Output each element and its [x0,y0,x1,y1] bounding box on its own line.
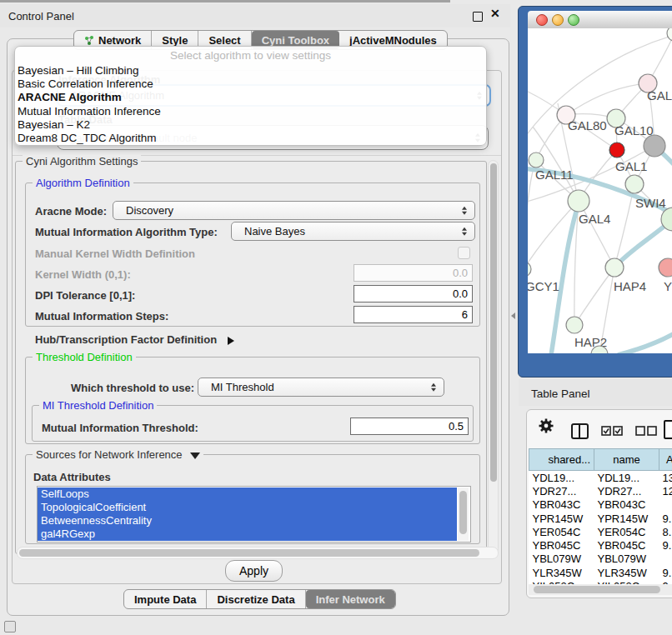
combo-arrows-icon [431,382,436,392]
kernel-width-value: 0.0 [453,267,468,279]
splitter-arrow-icon[interactable] [511,312,515,319]
network-edge-highlighted[interactable] [618,333,672,353]
window-close-button[interactable] [536,14,548,26]
deselect-all-icon[interactable] [635,426,657,436]
which-threshold-value: MI Threshold [211,381,274,393]
table-row[interactable]: YBL079WYBL079W [529,552,672,566]
list-scrollbar[interactable] [458,488,469,541]
table-row[interactable]: YDL19...YDL19...13 [529,471,672,485]
network-icon [84,35,95,46]
algorithm-option[interactable]: Basic Correlation Inference [16,78,486,91]
table-row[interactable]: YDR27...YDR27...12 [529,484,672,498]
which-threshold-label: Which threshold to use: [71,382,194,394]
sources-title-text: Sources for Network Inference [36,448,183,461]
mi-threshold-label: Mutual Information Threshold: [42,422,198,434]
network-node-partial-top[interactable] [667,28,672,41]
network-canvas[interactable]: GALGAL80GAL10GAL1GAL11SWI4GAL4HAP4YGCY1H… [528,28,672,353]
mi-steps-field[interactable]: 6 [354,306,473,323]
gear-icon[interactable] [538,418,554,434]
settings-vscrollbar-thumb[interactable] [490,163,497,482]
data-attribute-item[interactable]: BetweennessCentrality [38,514,457,528]
network-node-salmon[interactable] [659,258,672,277]
table-cell: 8. [659,525,672,538]
tab-discretize-data[interactable]: Discretize Data [207,590,305,608]
list-scrollbar-thumb[interactable] [459,491,467,534]
algorithm-option[interactable]: Mutual Information Inference [16,105,486,118]
network-node-label: GAL10 [614,123,654,138]
algorithm-option[interactable]: ARACNE Algorithm [16,91,486,104]
algorithm-option[interactable]: Bayesian – K2 [16,118,486,132]
table-row[interactable]: YER054CYER054C8. [529,525,672,538]
tab-infer-network[interactable]: Infer Network [306,590,395,608]
table-column-header[interactable]: name [594,449,659,471]
table-row[interactable]: YBR043CYBR043C [529,498,672,512]
split-columns-icon[interactable] [571,423,589,439]
table-panel-title: Table Panel [531,388,590,400]
mi-threshold-field[interactable]: 0.5 [350,418,469,435]
collapsed-panel-icon[interactable] [4,621,16,632]
data-attribute-item[interactable]: SelfLoops [38,488,457,501]
new-table-icon[interactable] [664,420,672,439]
collapse-arrow-icon[interactable] [190,452,200,459]
network-node-GAL4[interactable] [568,190,589,212]
node-table: shared...nameA YDL19...YDL19...13YDR27..… [529,448,672,584]
table-row[interactable]: YBR045CYBR045C9. [529,538,672,552]
dpi-tolerance-field[interactable]: 0.0 [354,285,473,302]
algorithm-option[interactable]: Bayesian – Hill Climbing [16,64,486,78]
window-minimize-button[interactable] [552,14,564,26]
tab-jactivemnodules-label: jActiveMNodules [349,34,437,47]
table-row[interactable]: YLR345WYLR345W9. [529,566,672,579]
table-cell: YPR145W [594,512,659,525]
network-edge[interactable] [579,201,614,268]
table-cell: YBL079W [594,552,659,566]
kernel-width-label: Kernel Width (0,1): [35,268,131,281]
tab-impute-data[interactable]: Impute Data [124,590,207,608]
data-attribute-item[interactable]: TopologicalCoefficient [38,501,457,514]
control-panel-title: Control Panel [8,10,74,22]
table-hscrollbar-thumb[interactable] [534,586,660,593]
window-zoom-button[interactable] [568,14,579,26]
algorithm-option[interactable]: Dream8 DC_TDC Algorithm [16,132,486,145]
network-node-SWI4[interactable] [625,175,644,193]
network-window[interactable]: GALGAL80GAL10GAL1GAL11SWI4GAL4HAP4YGCY1H… [518,6,672,378]
network-node-red-node[interactable] [609,142,624,158]
network-node-HAP2[interactable] [566,317,583,333]
table-cell: YDR27... [529,484,594,498]
float-icon[interactable] [473,12,483,22]
data-attributes-list[interactable]: SelfLoopsTopologicalCoefficientBetweenne… [37,486,471,542]
settings-hscrollbar[interactable] [17,547,499,559]
mi-type-combo[interactable]: Naive Bayes [231,222,475,241]
data-attributes-label: Data Attributes [33,471,111,483]
settings-hscrollbar-thumb[interactable] [19,549,479,557]
hub-definition-text: Hub/Transcription Factor Definition [35,333,217,346]
table-column-header[interactable]: A [659,449,672,471]
network-node-label: GAL11 [535,168,574,182]
network-titlebar[interactable] [528,11,672,29]
kernel-width-field[interactable]: 0.0 [354,264,473,282]
network-edge[interactable] [574,268,614,325]
close-icon[interactable]: ✕ [490,7,500,20]
network-node-GAL11[interactable] [529,152,544,168]
table-cell: 9. [659,512,672,525]
apply-button[interactable]: Apply [225,560,283,582]
table-column-header[interactable]: shared... [529,449,594,471]
manual-kernel-checkbox[interactable] [458,247,470,259]
network-node-HAP4[interactable] [605,258,624,277]
table-hscrollbar[interactable] [529,584,672,595]
table-row[interactable]: YPR145WYPR145W9. [529,512,672,525]
table-cell: YBR043C [529,498,594,512]
network-node-gray-node[interactable] [644,135,665,157]
network-edge[interactable] [566,83,648,115]
select-all-icon[interactable] [601,426,623,436]
table-cell: YBR045C [594,538,659,552]
aracne-mode-combo[interactable]: Discovery [113,201,475,220]
settings-vscrollbar[interactable] [488,160,499,554]
expand-arrow-icon[interactable] [228,337,234,345]
combo-arrows-icon [462,206,467,215]
manual-kernel-label: Manual Kernel Width Definition [35,248,195,260]
hub-definition-label[interactable]: Hub/Transcription Factor Definition [35,333,234,346]
network-node-GCY1[interactable] [528,262,531,277]
data-attribute-item[interactable]: gal4RGexp [38,528,457,541]
which-threshold-combo[interactable]: MI Threshold [198,378,444,397]
tab-discretize-data-label: Discretize Data [217,593,294,606]
